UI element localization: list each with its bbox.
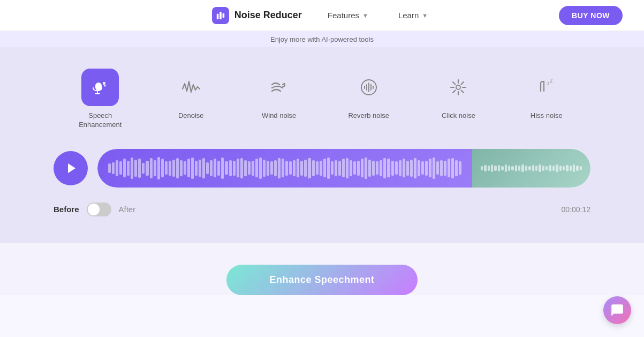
waveform-before [97,149,472,188]
reverb-noise-label: Reverb noise [348,111,389,121]
waveform-bar [440,160,443,176]
play-button[interactable] [54,151,88,185]
waveform-bar [353,161,356,175]
waveform-bar [180,160,183,176]
waveform-container[interactable] [97,149,590,188]
waveform-bar [138,159,141,178]
waveform-bar [248,161,251,175]
waveform-bar [255,159,258,177]
time-display: 00:00:12 [562,205,591,214]
waveform-bar [108,163,111,173]
waveform-bar [233,161,236,176]
features-nav-item[interactable]: Features ▼ [323,9,373,22]
waveform-bar [451,158,454,178]
waveform-bar [335,160,337,176]
waveform-bar [221,158,224,179]
svg-line-21 [461,82,464,85]
feature-wind-noise[interactable]: Wind noise [260,69,298,121]
waveform-bar [142,163,145,174]
waveform-after [472,149,590,188]
waveform-bar [542,166,544,171]
svg-marker-26 [68,163,75,173]
waveform-bar [549,165,551,171]
waveform-bar [300,161,303,176]
feature-hiss-noise[interactable]: Z Z Hiss noise [528,69,565,121]
waveform-bar [501,166,503,170]
waveform-bar [308,158,310,178]
learn-label: Learn [398,11,419,20]
waveform-bar [184,161,186,175]
chat-icon [610,303,624,317]
wind-noise-label: Wind noise [262,111,296,121]
waveform-bar [123,159,126,177]
waveform-bar [414,158,416,178]
toggle-row: Before After 00:00:12 [54,203,590,216]
learn-chevron-icon: ▼ [422,12,428,19]
speech-enhancement-icon [90,77,110,98]
waveform-bar [229,160,232,176]
waveform-bar [320,161,322,176]
waveform-bar [240,158,243,178]
waveform-bar [176,158,179,178]
feature-speech-enhancement[interactable]: Speech Enhancement [79,69,122,130]
waveform-bar [515,165,517,171]
waveform-bar [498,165,500,171]
denoise-icon-wrapper [172,69,210,106]
waveform-bar [357,161,360,176]
waveform-bar [297,159,299,177]
waveform-bar [448,159,450,177]
denoise-label: Denoise [178,111,204,121]
waveform-bar [387,159,390,177]
hiss-noise-icon: Z Z [536,77,557,98]
waveform-bar [444,161,446,176]
waveform-bar [421,161,424,175]
waveform-bar [525,166,527,171]
waveform-bar [119,161,122,175]
waveform-bar [491,164,493,172]
waveform-bar [225,161,228,175]
waveform-bar [459,161,461,175]
svg-line-20 [461,91,464,93]
waveform-bar [528,166,531,170]
waveform-bar [210,160,213,176]
waveform-bar [195,161,198,176]
chat-widget[interactable] [603,296,631,324]
waveform-bar [169,161,171,176]
waveform-bar [532,165,534,171]
play-icon [65,162,78,175]
navbar: Noise Reducer Features ▼ Learn ▼ BUY NOW [0,0,644,31]
waveform-bar [425,161,428,176]
learn-nav-item[interactable]: Learn ▼ [394,9,432,22]
features-chevron-icon: ▼ [362,12,368,19]
svg-point-23 [456,85,460,89]
demo-section: Speech Enhancement Denoise Wind noise [0,47,644,243]
waveform-bar [372,161,375,176]
waveform-bar [289,161,292,175]
waveform-bar [191,158,194,179]
before-after-toggle[interactable] [87,203,111,216]
feature-denoise[interactable]: Denoise [172,69,210,121]
waveform-bar [488,166,490,171]
enhance-button[interactable]: Enhance Speechment [226,265,417,295]
svg-rect-0 [217,13,219,19]
hiss-noise-icon-wrapper: Z Z [528,69,565,106]
waveform-bar [350,160,352,176]
feature-reverb-noise[interactable]: Reverb noise [348,69,389,121]
waveform-bar [150,158,153,178]
waveform-bar [282,159,284,177]
waveform-bar [380,160,382,176]
buy-now-button[interactable]: BUY NOW [559,6,623,25]
feature-click-noise[interactable]: Click noise [440,69,477,121]
svg-rect-2 [222,13,224,18]
waveform-bar [293,160,296,176]
waveform-bar [508,166,510,171]
waveform-bar [127,161,130,176]
waveform-bar [573,164,575,172]
waveform-bar [383,158,386,178]
svg-line-19 [453,82,456,85]
waveform-bar [481,166,483,170]
hiss-noise-label: Hiss noise [531,111,563,121]
brand-link[interactable]: Noise Reducer [212,7,302,24]
svg-text:Z: Z [547,81,549,86]
top-banner: Enjoy more with AI-powered tools [0,31,644,47]
